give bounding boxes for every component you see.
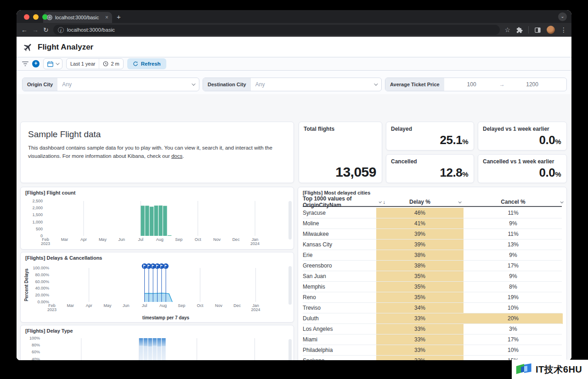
city-cell[interactable]: Syracuse	[303, 208, 376, 218]
city-cell[interactable]: Moline	[303, 218, 376, 229]
cancel-percent-cell[interactable]: 11%	[464, 229, 563, 239]
table-row[interactable]: Miami33%17%	[303, 334, 562, 345]
city-cell[interactable]: Greensboro	[303, 261, 376, 271]
delay-type-segment-upper[interactable]	[157, 338, 161, 346]
new-tab-button[interactable]: +	[117, 13, 121, 21]
table-row[interactable]: San Juan35%9%	[303, 271, 562, 282]
city-cell[interactable]: San Juan	[303, 271, 376, 281]
back-button[interactable]: ←	[21, 26, 28, 33]
filter-icon[interactable]	[22, 61, 28, 67]
cancel-percent-cell[interactable]: 20%	[464, 313, 563, 323]
delay-percent-cell[interactable]: 35%	[376, 292, 464, 302]
tab-search-chevron-icon[interactable]: ⌄	[558, 12, 567, 21]
city-cell[interactable]: Erie	[303, 250, 376, 260]
table-row[interactable]: Kansas City39%13%	[303, 240, 562, 250]
table-row[interactable]: Duluth33%20%	[303, 313, 562, 324]
cancel-percent-cell[interactable]: 9%	[464, 218, 563, 229]
cancel-percent-cell[interactable]: 3%	[464, 324, 563, 334]
delay-percent-cell[interactable]: 39%	[376, 240, 464, 250]
city-cell[interactable]: Los Angeles	[303, 324, 376, 334]
reload-button[interactable]: ↻	[43, 26, 49, 33]
column-header-delay[interactable]: Delay %	[376, 197, 464, 206]
city-cell[interactable]: Philadelphia	[303, 345, 376, 355]
delay-type-segment-lower[interactable]	[162, 346, 166, 360]
flight-count-bar[interactable]	[163, 206, 167, 236]
table-row[interactable]: Milwaukee39%11%	[303, 229, 562, 240]
cancel-percent-cell[interactable]: 17%	[464, 261, 563, 271]
time-range-button[interactable]: Last 1 year	[67, 59, 99, 69]
cancel-percent-cell[interactable]: 13%	[464, 240, 563, 250]
side-panel-icon[interactable]	[534, 27, 541, 33]
delay-type-segment-upper[interactable]	[139, 338, 143, 346]
delay-percent-cell[interactable]: 41%	[376, 218, 464, 229]
add-filter-button[interactable]: +	[32, 60, 40, 67]
cancel-percent-cell[interactable]: 19%	[464, 292, 563, 302]
city-cell[interactable]: Kansas City	[303, 240, 376, 250]
delay-type-segment-lower[interactable]	[157, 346, 161, 360]
flight-count-chart[interactable]: 05001,0001,5002,0002,500Feb2023MarAprMay…	[23, 197, 292, 249]
city-cell[interactable]: Spokane	[303, 356, 376, 360]
city-cell[interactable]: Duluth	[303, 313, 376, 323]
tab-close-icon[interactable]: ×	[105, 15, 108, 20]
browser-menu-icon[interactable]: ⋮	[560, 26, 567, 33]
cancel-percent-cell[interactable]: 9%	[464, 271, 563, 281]
flight-count-bar[interactable]	[168, 235, 172, 236]
city-cell[interactable]: Reno	[303, 292, 376, 302]
price-max-input[interactable]: 1200	[505, 78, 560, 91]
flight-count-bar[interactable]	[145, 206, 149, 236]
table-row[interactable]: Reno35%19%	[303, 292, 562, 303]
panel-scrollbar[interactable]	[288, 266, 292, 305]
address-bar[interactable]: i localhost:3000/basic	[53, 25, 500, 35]
destination-city-control[interactable]: Destination City Any	[203, 78, 382, 91]
delay-percent-cell[interactable]: 33%	[376, 345, 464, 355]
minimize-window-button[interactable]	[33, 14, 39, 20]
column-header-city[interactable]: Top 1000 values of OriginCityNam ↓	[303, 197, 385, 206]
table-row[interactable]: Memphis35%8%	[303, 282, 562, 292]
delay-percent-cell[interactable]: 35%	[376, 282, 464, 292]
origin-city-control[interactable]: Origin City Any	[22, 78, 199, 91]
delay-percent-cell[interactable]: 33%	[376, 334, 464, 345]
cancel-percent-cell[interactable]: 10%	[464, 303, 563, 313]
bookmark-star-icon[interactable]: ☆	[504, 26, 510, 33]
table-row[interactable]: Treviso34%10%	[303, 303, 562, 313]
extensions-icon[interactable]	[516, 27, 523, 33]
delay-percent-cell[interactable]: 33%	[376, 324, 464, 334]
flight-count-bar[interactable]	[154, 206, 158, 236]
close-window-button[interactable]	[24, 14, 29, 20]
delay-percent-cell[interactable]: 32%	[376, 356, 464, 360]
site-info-icon[interactable]: i	[58, 27, 64, 33]
delay-percent-cell[interactable]: 38%	[376, 261, 464, 271]
delay-percent-cell[interactable]: 35%	[376, 271, 464, 281]
column-header-cancel[interactable]: Cancel %	[464, 197, 563, 206]
price-min-input[interactable]: 100	[444, 78, 499, 91]
city-cell[interactable]: Memphis	[303, 282, 376, 292]
cancel-percent-cell[interactable]: 10%	[464, 345, 563, 355]
panel-scrollbar[interactable]	[288, 339, 292, 360]
delay-type-segment-lower[interactable]	[148, 346, 152, 360]
cancel-percent-cell[interactable]: 8%	[464, 282, 563, 292]
date-picker-quick-select[interactable]	[43, 58, 62, 69]
delay-type-segment-lower[interactable]	[153, 346, 157, 360]
delay-type-chart[interactable]: 0%20%40%60%80%100%Feb2023MarAprMayJunJul…	[23, 334, 292, 360]
cancel-percent-cell[interactable]: 11%	[464, 208, 563, 218]
browser-tab[interactable]: localhost:3000/basic ×	[43, 12, 112, 23]
refresh-button[interactable]: Refresh	[127, 58, 166, 69]
panel-scrollbar[interactable]	[288, 201, 292, 240]
profile-avatar[interactable]	[547, 26, 555, 34]
city-cell[interactable]: Miami	[303, 334, 376, 345]
delay-type-segment-upper[interactable]	[153, 338, 157, 346]
delay-type-segment-upper[interactable]	[148, 338, 152, 346]
delay-percent-cell[interactable]: 38%	[376, 250, 464, 260]
cancel-percent-cell[interactable]: 17%	[464, 334, 563, 345]
table-row[interactable]: Los Angeles33%3%	[303, 324, 562, 334]
flight-count-bar[interactable]	[150, 206, 154, 236]
delay-type-segment-upper[interactable]	[162, 338, 166, 346]
delays-cancellations-chart[interactable]: 0.00%20.00%40.00%60.00%80.00%100.00%Feb2…	[23, 262, 292, 321]
forward-button[interactable]: →	[32, 26, 39, 33]
delay-percent-cell[interactable]: 46%	[376, 208, 464, 218]
delay-percent-cell[interactable]: 33%	[376, 313, 464, 323]
flight-count-bar[interactable]	[141, 206, 145, 236]
delay-percent-cell[interactable]: 39%	[376, 229, 464, 239]
table-row[interactable]: Philadelphia33%10%	[303, 345, 562, 356]
table-row[interactable]: Moline41%9%	[303, 218, 562, 229]
